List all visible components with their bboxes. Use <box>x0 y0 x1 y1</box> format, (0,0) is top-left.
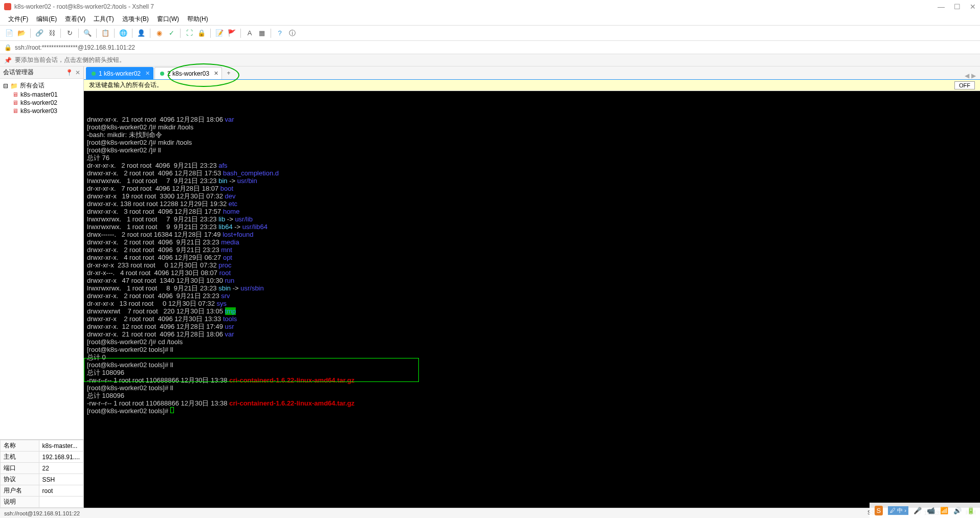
font-icon[interactable]: A <box>244 28 255 38</box>
term-line: lrwxrwxrwx. 1 root root 9 9月21日 23:23 li… <box>87 223 977 231</box>
link-icon[interactable]: 🔗 <box>34 28 44 38</box>
pin-icon[interactable]: 📌 <box>4 57 12 64</box>
term-line: -bash: mikdir: 未找到命令 <box>87 131 977 139</box>
term-line: [root@k8s-worker02 tools]# ll <box>87 384 977 392</box>
app-logo-icon <box>4 3 11 10</box>
help-icon[interactable]: ? <box>275 28 285 38</box>
refresh-icon[interactable]: ↻ <box>64 28 75 38</box>
lock-icon[interactable]: 🔒 <box>196 28 207 38</box>
minus-icon[interactable]: ⊟ <box>3 82 8 89</box>
sidebar-header: 会话管理器 📍 ✕ <box>0 66 83 79</box>
expand-icon[interactable]: ⛶ <box>184 28 194 38</box>
globe-icon[interactable]: 🌐 <box>118 28 128 38</box>
prop-user-v: root <box>39 485 83 497</box>
prop-proto-v: SSH <box>39 474 83 485</box>
term-line: drwxr-xr-x. 138 root root 12288 12月29日 1… <box>87 200 977 208</box>
term-line: -rw-r--r-- 1 root root 110688866 12月30日 … <box>87 399 977 407</box>
tree-item[interactable]: 🖥k8s-worker03 <box>3 107 80 115</box>
tray-cam-icon[interactable]: 📹 <box>927 507 935 514</box>
host-icon: 🖥 <box>12 99 18 106</box>
toolbar: 📄 📂 🔗 ⛓ ↻ 🔍 📋 🌐 👤 ◉ ✓ ⛶ 🔒 📝 🚩 A ▦ ? ⓘ <box>0 26 980 41</box>
copy-icon[interactable]: 📋 <box>100 28 110 38</box>
kb-off-button[interactable]: OFF <box>954 81 975 89</box>
tray-mic-icon[interactable]: 🎤 <box>914 507 922 514</box>
term-line: drwxr-xr-x. 3 root root 4096 12月28日 17:5… <box>87 208 977 215</box>
menu-item[interactable]: 查看(V) <box>62 14 88 25</box>
menu-item[interactable]: 选项卡(B) <box>119 14 152 25</box>
open-icon[interactable]: 📂 <box>16 28 27 38</box>
maximize-icon[interactable]: ☐ <box>954 3 961 11</box>
window-title: k8s-worker02 - root@k8s-worker02:/tools … <box>14 3 154 10</box>
address-text[interactable]: ssh://root:***************@192.168.91.10… <box>15 44 135 51</box>
sidebar-close-icon[interactable]: ✕ <box>75 69 80 76</box>
unlink-icon[interactable]: ⛓ <box>47 28 57 38</box>
new-session-icon[interactable]: 📄 <box>4 28 14 38</box>
sidebar-pin-icon[interactable]: 📍 <box>65 69 73 76</box>
tree-item[interactable]: 🖥k8s-worker02 <box>3 99 80 107</box>
hint-bar: 📌 要添加当前会话，点击左侧的箭头按钮。 <box>0 54 980 66</box>
circle-icon[interactable]: ◉ <box>154 28 164 38</box>
user-icon[interactable]: 👤 <box>136 28 146 38</box>
prop-desc-v <box>39 497 83 508</box>
tray-vol-icon[interactable]: 🔊 <box>953 507 962 514</box>
term-line: dr-xr-xr-x. 7 root root 4096 12月28日 18:0… <box>87 185 977 192</box>
menu-item[interactable]: 工具(T) <box>91 14 117 25</box>
minimize-icon[interactable]: — <box>938 3 945 11</box>
ime-badge[interactable]: 🖊 中 › <box>888 506 908 515</box>
layout-icon[interactable]: ▦ <box>257 28 267 38</box>
menubar: 文件(F)编辑(E)查看(V)工具(T)选项卡(B)窗口(W)帮助(H) <box>0 13 980 26</box>
term-line: [root@k8s-worker02 /]# ll <box>87 146 977 154</box>
close-icon[interactable]: ✕ <box>970 3 976 11</box>
term-line: drwxr-xr-x. 2 root root 4096 9月21日 23:23… <box>87 246 977 254</box>
tree-item-label: k8s-worker02 <box>20 99 57 106</box>
tray-net-icon[interactable]: 📶 <box>940 507 948 514</box>
status-dot-icon <box>160 72 164 76</box>
tab-close-icon[interactable]: ✕ <box>214 70 218 77</box>
properties-panel: 名称k8s-master... 主机192.168.91.... 端口22 协议… <box>0 439 83 508</box>
flag-icon[interactable]: 🚩 <box>227 28 237 38</box>
menu-item[interactable]: 文件(F) <box>5 14 31 25</box>
term-line: drwxr-xr-x. 2 root root 4096 9月21日 23:23… <box>87 238 977 246</box>
kb-hint-text: 发送键盘输入的所有会话。 <box>89 81 163 89</box>
prop-port-k: 端口 <box>1 463 39 474</box>
term-line: drwxr-xr-x 19 root root 3300 12月30日 07:3… <box>87 192 977 200</box>
lock-small-icon: 🔒 <box>4 44 12 51</box>
prop-host-v: 192.168.91.... <box>39 452 83 463</box>
check-icon[interactable]: ✓ <box>166 28 176 38</box>
term-line: [root@k8s-worker02 tools]# ll <box>87 361 977 369</box>
term-line: dr-xr-xr-x 13 root root 0 12月30日 07:32 s… <box>87 300 977 307</box>
tab-next-icon[interactable]: ▶ <box>971 72 976 79</box>
session-tree[interactable]: ⊟ 📁 所有会话 🖥k8s-master01🖥k8s-worker02🖥k8s-… <box>0 79 83 439</box>
tab[interactable]: 2 k8s-worker03✕ <box>154 67 222 79</box>
terminal[interactable]: drwxr-xr-x. 21 root root 4096 12月28日 18:… <box>84 91 980 508</box>
tab[interactable]: 1 k8s-worker02✕ <box>86 67 153 79</box>
prop-host-k: 主机 <box>1 452 39 463</box>
term-line: 总计 108096 <box>87 369 977 376</box>
prop-proto-k: 协议 <box>1 474 39 485</box>
term-line: -rw-r--r-- 1 root root 110688866 12月30日 … <box>87 376 977 384</box>
tab-close-icon[interactable]: ✕ <box>145 70 150 77</box>
term-line: 总计 76 <box>87 154 977 162</box>
term-line: [root@k8s-worker02 /]# mkdir /tools <box>87 139 977 146</box>
tree-item-label: k8s-worker03 <box>20 107 57 115</box>
term-line: drwxr-xr-x 2 root root 4096 12月30日 13:33… <box>87 315 977 323</box>
term-line: 总计 0 <box>87 353 977 361</box>
search-icon[interactable]: 🔍 <box>82 28 93 38</box>
menu-item[interactable]: 编辑(E) <box>33 14 60 25</box>
term-line: drwxr-xr-x. 2 root root 4096 12月28日 17:5… <box>87 169 977 177</box>
tree-item-label: k8s-master01 <box>20 91 58 98</box>
prop-port-v: 22 <box>39 463 83 474</box>
status-dot-icon <box>92 72 96 76</box>
ime-icon[interactable]: S <box>875 506 883 515</box>
term-line: [root@k8s-worker02 /]# cd /tools <box>87 338 977 346</box>
doc-icon[interactable]: 📝 <box>214 28 225 38</box>
menu-item[interactable]: 窗口(W) <box>154 14 182 25</box>
add-tab-button[interactable]: + <box>223 68 234 79</box>
info-icon[interactable]: ⓘ <box>287 28 297 38</box>
menu-item[interactable]: 帮助(H) <box>184 14 211 25</box>
tree-item[interactable]: 🖥k8s-master01 <box>3 91 80 99</box>
tree-root[interactable]: ⊟ 📁 所有会话 <box>3 81 80 91</box>
term-line: lrwxrwxrwx. 1 root root 8 9月21日 23:23 sb… <box>87 284 977 292</box>
tab-prev-icon[interactable]: ◀ <box>965 72 969 79</box>
tray-bat-icon[interactable]: 🔋 <box>967 507 975 514</box>
